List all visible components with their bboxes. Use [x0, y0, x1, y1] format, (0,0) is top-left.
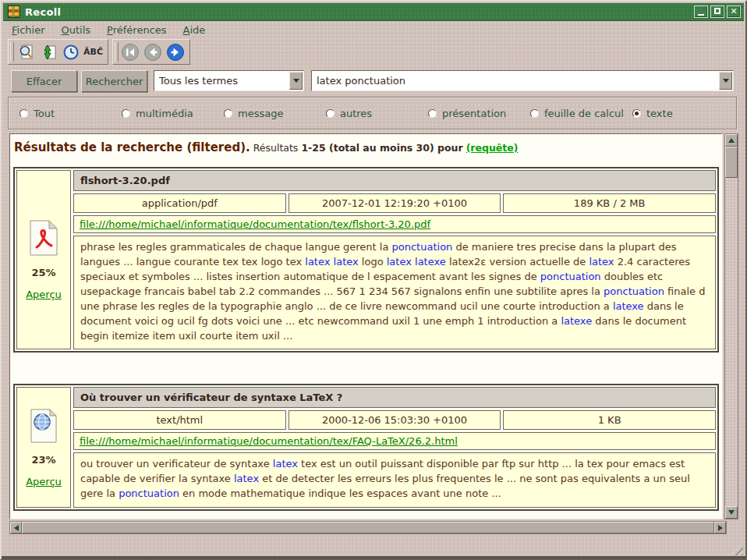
query-link[interactable]: (requête): [466, 142, 519, 154]
toolbar: ÂBĈ: [8, 39, 190, 65]
arrow-up-icon: [728, 135, 735, 143]
radio-icon[interactable]: [326, 109, 335, 118]
previous-page-button[interactable]: [142, 42, 163, 62]
filter-option-autres[interactable]: autres: [326, 108, 428, 119]
radio-selected-icon[interactable]: [632, 109, 641, 118]
highlighted-term: ponctuation: [540, 271, 601, 282]
radio-icon[interactable]: [530, 109, 539, 118]
results-summary-detail: 1-25 (total au moins 30) pour: [301, 142, 462, 154]
pdf-file-icon: [27, 219, 60, 257]
resize-grip[interactable]: [731, 543, 743, 555]
term-explorer-button[interactable]: ÂBĈ: [83, 42, 104, 62]
filter-option-multimédia[interactable]: multimédia: [122, 108, 224, 119]
result-item-2: 23% Aperçu Où trouver un vérificateur de…: [13, 384, 719, 511]
result-date: 2000-12-06 15:03:30 +0100: [289, 410, 501, 430]
previous-page-icon: [143, 43, 162, 62]
menu-outils[interactable]: Outils: [62, 24, 91, 36]
result-url-row: file:///home/michael/informatique/docume…: [73, 215, 716, 233]
search-input[interactable]: [312, 75, 733, 87]
result-2-side: 23% Aperçu: [16, 387, 71, 508]
result-mime: text/html: [73, 410, 286, 430]
highlighted-term: latex: [273, 458, 298, 470]
close-button[interactable]: ✕: [727, 5, 741, 18]
results-heading: Résultats de la recherche (filtered).: [14, 140, 250, 154]
radio-icon[interactable]: [428, 109, 437, 118]
result-size: 189 KB / 2 MB: [503, 193, 716, 213]
maximize-icon: [714, 8, 720, 14]
filter-option-label: texte: [646, 108, 673, 119]
filter-option-label: message: [238, 108, 283, 119]
first-page-button[interactable]: [119, 42, 140, 62]
result-url-link[interactable]: file:///home/michael/informatique/docume…: [80, 435, 458, 447]
filter-option-message[interactable]: message: [224, 108, 326, 119]
preview-link[interactable]: Aperçu: [26, 289, 62, 300]
preview-link[interactable]: Aperçu: [26, 476, 62, 487]
filter-option-tout[interactable]: Tout: [19, 108, 122, 119]
menu-bar: Fichier Outils Préférences Aide: [3, 21, 744, 39]
title-bar: Recoll ✕: [3, 3, 744, 21]
filter-option-label: autres: [340, 108, 372, 119]
html-file-icon: [29, 408, 58, 444]
highlighted-term: latexe: [415, 256, 446, 268]
result-snippet: ou trouver un verificateur de syntaxe la…: [73, 452, 716, 508]
search-row: Effacer Rechercher Tous les termes: [11, 70, 734, 93]
filter-option-label: Tout: [34, 108, 55, 119]
term-explorer-icon: ÂBĈ: [83, 47, 103, 57]
result-size: 1 KB: [503, 410, 716, 430]
result-2-body: Où trouver un vérificateur de syntaxe La…: [73, 387, 716, 508]
arrow-down-icon: [728, 510, 735, 518]
vertical-scroll-track[interactable]: [725, 178, 738, 506]
menu-aide[interactable]: Aide: [183, 24, 206, 36]
filter-option-présentation[interactable]: présentation: [428, 108, 530, 119]
history-clock-button[interactable]: [60, 42, 81, 62]
radio-icon[interactable]: [224, 109, 232, 118]
history-clock-icon: [62, 44, 80, 61]
arrow-right-icon: [718, 525, 726, 531]
menu-preferences[interactable]: Préférences: [107, 24, 166, 36]
chevron-down-icon[interactable]: [289, 72, 303, 90]
document-preview-icon: [17, 44, 34, 61]
filter-option-feuille-de-calcul[interactable]: feuille de calcul: [530, 108, 632, 119]
toolbar-group-nav: [112, 39, 190, 65]
result-1-side: 25% Aperçu: [16, 170, 71, 349]
filter-bar: Toutmultimédiamessageautresprésentationf…: [8, 97, 737, 129]
result-snippet: phrase les regles grammaticales de chaqu…: [73, 236, 716, 349]
highlighted-term: latexe: [561, 315, 592, 327]
scroll-down-button[interactable]: [725, 506, 738, 519]
scroll-right-button[interactable]: [714, 522, 726, 533]
search-query-combo: [311, 70, 734, 91]
next-page-button[interactable]: [165, 42, 186, 62]
search-button[interactable]: Rechercher: [81, 70, 147, 92]
minimize-icon: [698, 14, 704, 16]
result-item-1: 25% Aperçu flshort-3.20.pdf application/…: [13, 167, 719, 353]
highlighted-term: ponctuation: [392, 241, 453, 253]
horizontal-scroll-thumb[interactable]: [22, 522, 714, 533]
search-mode-select[interactable]: Tous les termes: [154, 70, 304, 91]
radio-icon[interactable]: [19, 109, 28, 118]
radio-icon[interactable]: [122, 109, 130, 118]
vertical-scrollbar: [724, 133, 738, 519]
highlighted-term: latex: [589, 256, 614, 268]
chevron-down-icon[interactable]: [719, 72, 732, 90]
minimize-button[interactable]: [694, 5, 708, 18]
sort-update-button[interactable]: [37, 42, 58, 62]
scroll-left-button[interactable]: [10, 522, 22, 533]
scroll-up-button[interactable]: [725, 134, 738, 147]
toolbar-group-main: ÂBĈ: [8, 39, 108, 65]
result-title: flshort-3.20.pdf: [73, 170, 716, 191]
clear-button[interactable]: Effacer: [11, 70, 77, 92]
document-preview-button[interactable]: [15, 42, 36, 62]
filter-option-label: présentation: [442, 108, 506, 119]
highlighted-term: ponctuation: [604, 285, 664, 297]
menu-fichier[interactable]: Fichier: [12, 24, 45, 36]
results-area: Résultats de la recherche (filtered). Ré…: [9, 133, 723, 519]
maximize-button[interactable]: [710, 5, 724, 18]
arrow-left-icon: [11, 525, 19, 531]
vertical-scroll-thumb[interactable]: [725, 147, 738, 178]
result-title: Où trouver un vérificateur de syntaxe La…: [73, 387, 716, 408]
filter-option-texte[interactable]: texte: [632, 108, 673, 119]
window-title: Recoll: [25, 6, 61, 18]
highlighted-term: latexe: [613, 300, 644, 312]
result-date: 2007-12-01 12:19:20 +0100: [289, 193, 501, 213]
result-url-link[interactable]: file:///home/michael/informatique/docume…: [80, 218, 430, 230]
